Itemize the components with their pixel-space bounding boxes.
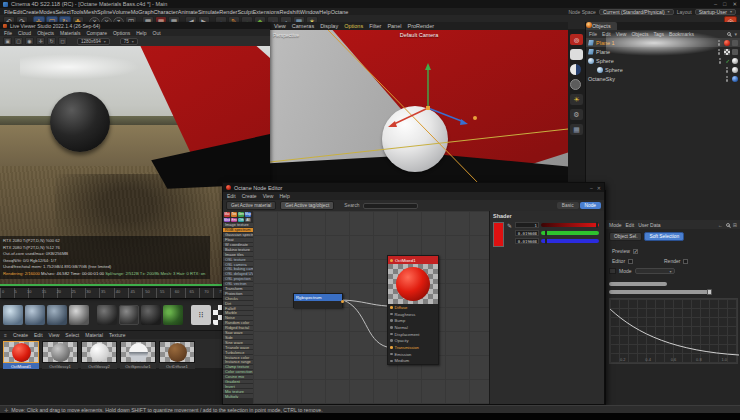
blue-value-field[interactable]: 0.019608: [515, 238, 539, 244]
attributes-menu-item[interactable]: Mode: [609, 222, 622, 228]
node-category-chip[interactable]: Tex: [231, 212, 237, 217]
materials-menu-item[interactable]: View: [49, 332, 60, 338]
menu-item[interactable]: Modes: [39, 9, 56, 15]
live-viewer-menu-item[interactable]: Cloud: [18, 30, 31, 36]
node-port[interactable]: Diffuse: [388, 304, 438, 311]
mode-swatch[interactable]: [609, 268, 616, 274]
tag-icon[interactable]: [732, 40, 738, 46]
visibility-dots[interactable]: [726, 76, 729, 82]
node-space-dropdown[interactable]: Current (Standard/Physical)▾: [599, 9, 674, 15]
node-category-chip[interactable]: All: [245, 218, 251, 223]
sphere-preset-icon[interactable]: [3, 305, 23, 325]
live-viewer-menu-item[interactable]: Objects: [37, 30, 54, 36]
menu-item[interactable]: Mesh: [84, 9, 97, 15]
material-swatch[interactable]: OctGlossy2: [81, 341, 117, 369]
live-viewer-menu-item[interactable]: Out: [153, 30, 161, 36]
layout-dropdown[interactable]: Startup-User▾: [695, 9, 736, 15]
object-row-sphere[interactable]: Sphere ✓: [586, 56, 740, 65]
minimize-button[interactable]: –: [590, 185, 593, 191]
render-checkbox[interactable]: Render: [664, 258, 688, 264]
node-editor-title-bar[interactable]: Octane Node Editor –✕: [223, 183, 604, 192]
mode-icon[interactable]: [570, 49, 583, 60]
falloff-curve-editor[interactable]: 0.20.40.60.81.0: [609, 298, 738, 364]
node-category-chip[interactable]: Oth: [238, 218, 244, 223]
enabled-check-icon[interactable]: ✓: [725, 58, 730, 64]
node-category-chip[interactable]: Mat: [224, 212, 230, 217]
node-category-chip[interactable]: Map: [245, 212, 251, 217]
attributes-menu-item[interactable]: User Data: [638, 222, 661, 228]
mode-dropdown[interactable]: ▾: [635, 268, 675, 274]
filter-icon[interactable]: ▾: [734, 31, 737, 37]
live-viewer-title-bar[interactable]: Live Viewer Studio 2022.1.4 (26-Sep-64): [0, 22, 270, 29]
live-viewer-menu-item[interactable]: File: [4, 30, 12, 36]
zoom-slider-v[interactable]: [609, 290, 711, 294]
resolution-dropdown[interactable]: 1280x694▾: [77, 38, 110, 45]
close-icon[interactable]: ✕: [597, 185, 601, 191]
red-value-field[interactable]: 1: [515, 222, 539, 228]
viewport-menu-item[interactable]: Filter: [369, 23, 381, 29]
grid-icon[interactable]: ⊞: [733, 222, 737, 228]
material-swatch[interactable]: OctMixed1: [3, 341, 39, 369]
viewport-menu-item[interactable]: Display: [320, 23, 338, 29]
live-viewer-menu-item[interactable]: Options: [113, 30, 130, 36]
viewport-menu-item[interactable]: Options: [344, 23, 363, 29]
live-viewer-menu-item[interactable]: Materials: [60, 30, 80, 36]
menu-item[interactable]: Character: [154, 9, 178, 15]
blue-slider[interactable]: [541, 239, 599, 244]
menu-item[interactable]: Render: [219, 9, 237, 15]
node-port[interactable]: Normal: [388, 324, 438, 331]
menu-item[interactable]: Redshift: [280, 9, 300, 15]
live-viewer-tool-icon[interactable]: ↻: [47, 37, 56, 45]
mode-icon[interactable]: [570, 64, 581, 75]
materials-menu-item[interactable]: Edit: [34, 332, 43, 338]
menu-item[interactable]: Spline: [97, 9, 112, 15]
get-active-material-button[interactable]: Get Active material: [226, 201, 276, 210]
viewport-camera-label[interactable]: Default Camera: [270, 32, 568, 38]
soft-selection-button[interactable]: Soft Selection: [644, 232, 684, 241]
visibility-dots[interactable]: [726, 67, 729, 73]
node-port[interactable]: Emission: [388, 351, 438, 358]
search-icon[interactable]: [727, 32, 731, 36]
live-viewer-tool-icon[interactable]: ◉: [25, 37, 34, 45]
viewport-menu-item[interactable]: Panel: [387, 23, 401, 29]
mode-icon[interactable]: ◎: [570, 34, 583, 45]
mode-icon[interactable]: ☀: [570, 94, 583, 105]
back-arrow-icon[interactable]: ←: [718, 222, 723, 228]
node-category-chip[interactable]: Med: [224, 218, 230, 223]
live-viewer-tool-icon[interactable]: ▣: [3, 37, 12, 45]
materials-menu-item[interactable]: Texture: [109, 332, 125, 338]
menu-item[interactable]: Sculpt: [237, 9, 252, 15]
node-editor-menu-item[interactable]: Edit: [227, 193, 236, 199]
object-row-octanesky[interactable]: OctaneSky: [586, 74, 740, 83]
editor-checkbox[interactable]: Editor: [612, 258, 633, 264]
node-port[interactable]: Transmission: [388, 344, 438, 351]
node-category-chip[interactable]: Gen: [238, 212, 244, 217]
node-graph-icon[interactable]: ⁝⁝: [191, 305, 211, 325]
color-swatch[interactable]: [493, 222, 504, 247]
tab-node[interactable]: Node: [580, 202, 601, 209]
menu-item[interactable]: MoGraph: [131, 9, 154, 15]
material-swatch[interactable]: OctSpecular1: [120, 341, 156, 369]
materials-menu-item[interactable]: Material: [85, 332, 103, 338]
close-button[interactable]: ✕: [732, 1, 737, 7]
node-type-item[interactable]: Multiply: [223, 394, 253, 399]
maximize-button[interactable]: □: [723, 1, 726, 7]
material-swatch[interactable]: OctDiffuse1: [159, 341, 195, 369]
preview-checkbox[interactable]: Preview: [612, 248, 638, 254]
red-slider[interactable]: [541, 223, 599, 228]
viewport-menu-item[interactable]: ProRender: [407, 23, 434, 29]
live-viewer-tool-icon[interactable]: ◻: [58, 37, 67, 45]
materials-menu-item[interactable]: Create: [13, 332, 28, 338]
rgb-spectrum-node[interactable]: Rgbspectrum: [293, 293, 343, 308]
viewport-canvas[interactable]: Perspective Default Camera: [270, 30, 568, 185]
green-slider[interactable]: [541, 231, 599, 236]
get-active-tag-button[interactable]: Get Active tag/object: [280, 201, 334, 210]
menu-item[interactable]: Volume: [112, 9, 130, 15]
tab-basic[interactable]: Basic: [557, 202, 579, 209]
material-node[interactable]: OctMixed1 DiffuseRoughnessBumpNormalDisp…: [387, 255, 439, 365]
mode-icon[interactable]: ▦: [570, 124, 583, 135]
node-editor-menu-item[interactable]: Help: [279, 193, 289, 199]
menu-item[interactable]: Select: [55, 9, 70, 15]
menu-item[interactable]: File: [4, 9, 13, 15]
objects-menu-item[interactable]: File: [589, 31, 597, 37]
